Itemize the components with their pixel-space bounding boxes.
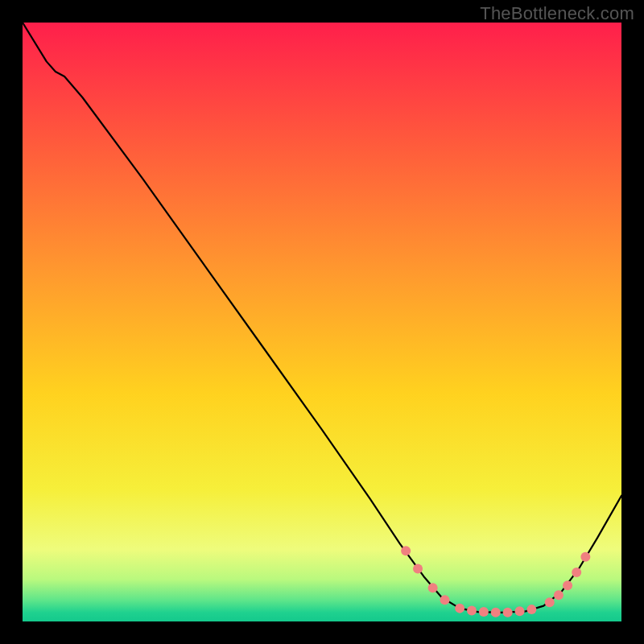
highlight-dot [572,568,581,577]
highlight-dot [440,595,450,605]
highlight-dot [554,590,564,600]
chart-plot [23,23,621,621]
highlight-dot [455,604,464,613]
highlight-dot [563,580,572,590]
highlight-dot [467,606,477,616]
highlight-dot [491,608,501,617]
highlight-dot [428,583,438,592]
chart-stage: TheBottleneck.com [0,0,644,644]
highlight-dot [580,552,590,562]
highlight-dot [479,607,489,617]
chart-svg [23,23,621,621]
highlight-dot [545,597,555,607]
watermark-text: TheBottleneck.com [480,3,634,24]
gradient-background [23,23,621,621]
highlight-dot [515,606,525,616]
highlight-dot [413,564,423,574]
highlight-dot [503,608,513,617]
highlight-dot [401,546,411,555]
highlight-dot [526,605,536,614]
